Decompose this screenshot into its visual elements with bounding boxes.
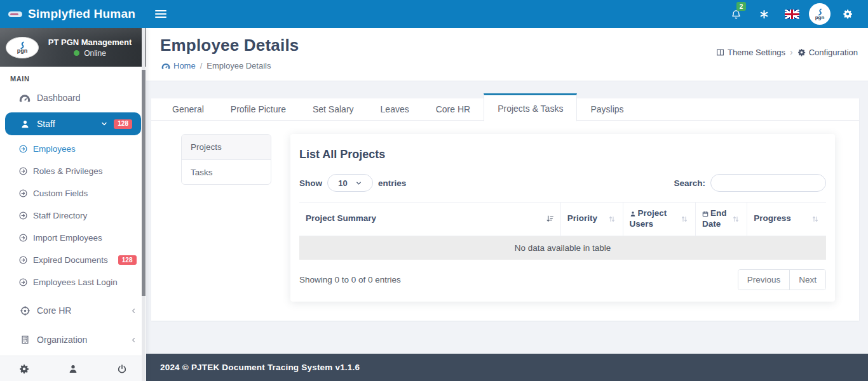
table-controls: Show 10 entries Search:: [299, 174, 826, 192]
projects-table: Project Summary Priority: [299, 202, 826, 260]
page-footer: 2024 © PJTEK Document Tracing System v1.…: [146, 354, 868, 381]
sidebar-item-staff[interactable]: Staff 128: [5, 112, 141, 135]
sidebar: pgn PT PGN Management Online MAIN Dashbo…: [0, 28, 146, 381]
empty-state-text: No data available in table: [299, 236, 826, 260]
theme-settings-link[interactable]: Theme Settings: [716, 48, 785, 57]
avatar: pgn: [809, 3, 831, 25]
column-header-end-date[interactable]: End Date: [695, 203, 747, 236]
language-selector[interactable]: [778, 0, 806, 28]
copyright-text: 2024 © PJTEK Document Tracing System v1.…: [160, 363, 360, 372]
sidebar-item-label: Staff Directory: [33, 211, 87, 220]
staff-count-badge: 128: [114, 119, 132, 129]
sidebar-item-label: Employees: [33, 144, 76, 154]
header-quick-links: Theme Settings › Configuration: [716, 47, 858, 57]
subnav-item-tasks[interactable]: Tasks: [182, 159, 271, 184]
sort-amount-desc-icon[interactable]: [546, 215, 554, 223]
person-icon: [630, 211, 636, 217]
online-dot-icon: [74, 50, 79, 56]
sidebar-item-label: Import Employees: [33, 233, 102, 243]
arrow-circle-icon: [19, 211, 27, 220]
sidebar-item-custom-fields[interactable]: Custom Fields: [0, 182, 146, 204]
column-header-project-summary[interactable]: Project Summary: [299, 203, 560, 236]
tab-profile-picture[interactable]: Profile Picture: [217, 98, 299, 120]
entries-info-text: Showing 0 to 0 of 0 entries: [299, 275, 401, 284]
column-header-priority[interactable]: Priority: [560, 203, 623, 236]
sidebar-item-organization[interactable]: Organization: [0, 328, 146, 352]
breadcrumb: Home / Employee Details: [161, 61, 271, 70]
topbar-actions: 2 pgn: [722, 0, 868, 28]
search-input[interactable]: [710, 174, 826, 192]
calendar-icon: [702, 211, 709, 217]
notifications-button[interactable]: 2: [722, 0, 750, 28]
list-all-projects-panel: List All Projects Show 10 entries Search…: [290, 134, 835, 302]
sidebar-item-label: Dashboard: [37, 93, 81, 103]
previous-page-button[interactable]: Previous: [738, 270, 790, 290]
employee-tabs: General Profile Picture Set Salary Leave…: [151, 98, 859, 121]
tab-core-hr[interactable]: Core HR: [423, 98, 484, 120]
page-title: Employee Details: [160, 36, 299, 55]
company-name: PT PGN Management: [48, 37, 132, 47]
profile-person-icon[interactable]: [68, 364, 78, 374]
column-header-project-users[interactable]: Project Users: [623, 203, 695, 236]
app-window: Simplyfied Human 2: [0, 0, 868, 381]
arrow-circle-icon: [19, 167, 27, 175]
sidebar-item-employees-last-login[interactable]: Employees Last Login: [0, 271, 146, 293]
settings-button[interactable]: [834, 0, 862, 28]
sidebar-item-label: Custom Fields: [33, 189, 88, 198]
uk-flag-icon: [785, 10, 799, 19]
asterisk-icon: [759, 10, 769, 19]
chevron-right-separator: ›: [790, 47, 793, 57]
gear-icon: [843, 9, 853, 19]
sort-both-icon[interactable]: [681, 215, 689, 223]
page-length-select[interactable]: 10: [327, 174, 373, 192]
chevron-left-icon: [130, 337, 137, 344]
sidebar-item-roles-privileges[interactable]: Roles & Privileges: [0, 160, 146, 182]
projects-tasks-tab-panel: Projects Tasks List All Projects Show 10: [151, 121, 859, 302]
arrow-circle-icon: [19, 145, 27, 153]
brand[interactable]: Simplyfied Human: [0, 7, 146, 21]
brand-logo-icon: [8, 11, 22, 17]
sidebar-item-staff-directory[interactable]: Staff Directory: [0, 204, 146, 227]
breadcrumb-home-link[interactable]: Home: [161, 61, 196, 70]
sidebar-item-import-employees[interactable]: Import Employees: [0, 227, 146, 249]
sidebar-item-dashboard[interactable]: Dashboard: [0, 86, 146, 110]
pagination: Previous Next: [738, 269, 826, 290]
helm-icon: [19, 305, 31, 316]
home-gauge-icon: [161, 63, 170, 69]
settings-gear-icon[interactable]: [19, 364, 29, 374]
profile-meta: PT PGN Management Online: [39, 37, 146, 58]
tab-general[interactable]: General: [159, 98, 217, 120]
column-header-progress[interactable]: Progress: [747, 203, 826, 236]
quick-actions-button[interactable]: [750, 0, 778, 28]
sort-both-icon[interactable]: [732, 215, 740, 223]
sort-both-icon[interactable]: [608, 215, 616, 223]
tab-projects-tasks[interactable]: Projects & Tasks: [484, 93, 577, 121]
power-icon[interactable]: [117, 364, 127, 374]
sidebar-item-label: Roles & Privileges: [33, 166, 103, 176]
building-icon: [19, 335, 31, 345]
sidebar-item-employees[interactable]: Employees: [0, 138, 146, 160]
breadcrumb-separator: /: [200, 61, 203, 70]
tab-set-salary[interactable]: Set Salary: [299, 98, 367, 120]
sort-both-icon[interactable]: [811, 215, 820, 223]
tab-payslips[interactable]: Payslips: [577, 98, 637, 120]
gear-icon: [797, 48, 806, 57]
online-status: Online: [74, 49, 106, 58]
sidebar-toggle-button[interactable]: [155, 8, 166, 20]
sidebar-item-expired-documents[interactable]: Expired Documents 128: [0, 249, 146, 271]
user-avatar-button[interactable]: pgn: [806, 0, 834, 28]
expired-documents-badge: 128: [118, 255, 137, 265]
subnav-item-projects[interactable]: Projects: [182, 135, 271, 159]
sidebar-item-core-hr[interactable]: Core HR: [0, 298, 146, 323]
sidebar-item-label: Expired Documents: [33, 255, 108, 265]
search-label: Search:: [674, 178, 705, 188]
panel-title: List All Projects: [299, 148, 826, 161]
next-page-button[interactable]: Next: [789, 270, 825, 290]
arrow-circle-icon: [19, 256, 27, 264]
tab-leaves[interactable]: Leaves: [367, 98, 423, 120]
configuration-link[interactable]: Configuration: [797, 48, 858, 57]
sidebar-item-label: Core HR: [37, 305, 71, 316]
sidebar-scrollbar-thumb[interactable]: [142, 70, 146, 296]
top-navbar: Simplyfied Human 2: [0, 0, 868, 28]
sidebar-item-label: Employees Last Login: [33, 277, 118, 287]
